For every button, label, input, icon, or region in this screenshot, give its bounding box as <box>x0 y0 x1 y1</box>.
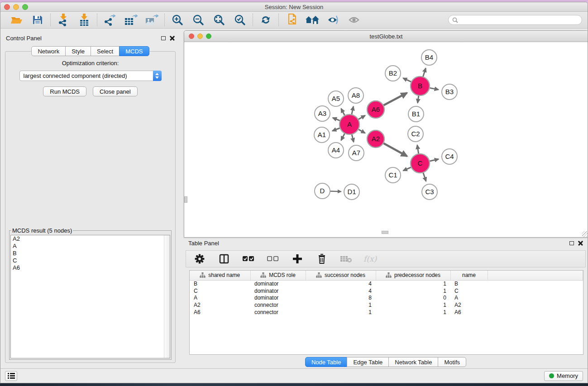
table-cell[interactable]: 0 <box>376 295 450 302</box>
float-panel-icon[interactable] <box>161 36 166 40</box>
hide-graphics-icon[interactable] <box>347 13 361 27</box>
close-panel-button[interactable]: Close panel <box>93 86 138 96</box>
canvas-horizontal-scrollbar[interactable] <box>382 231 388 234</box>
tab-network[interactable]: Network <box>31 46 66 56</box>
graph-edge-A-A4[interactable] <box>341 133 345 140</box>
table-row[interactable]: Adominator80A <box>190 295 583 302</box>
delete-column-icon[interactable] <box>315 252 329 266</box>
list-scrollbar[interactable] <box>164 235 170 358</box>
mcds-result-item[interactable]: C <box>11 257 170 264</box>
table-cell[interactable]: A6 <box>190 309 250 316</box>
memory-button[interactable]: Memory <box>544 371 583 381</box>
table-cell[interactable]: 1 <box>306 309 376 316</box>
graph-edge-A-A7[interactable] <box>352 134 354 142</box>
table-cell[interactable]: 4 <box>306 287 376 295</box>
table-cell[interactable]: A <box>450 295 488 302</box>
table-cell[interactable]: dominator <box>250 280 306 287</box>
close-table-panel-icon[interactable] <box>578 241 583 246</box>
mcds-result-list[interactable]: A2ABCA6 <box>10 235 170 358</box>
table-cell[interactable]: A2 <box>190 301 250 309</box>
table-cell[interactable]: connector <box>250 301 306 309</box>
table-cell[interactable]: A2 <box>450 301 488 309</box>
save-session-icon[interactable] <box>30 13 45 27</box>
float-table-panel-icon[interactable] <box>569 241 574 245</box>
import-network-icon[interactable] <box>56 13 71 27</box>
export-table-icon[interactable] <box>124 13 138 27</box>
tab-node-table[interactable]: Node Table <box>305 357 348 367</box>
task-history-button[interactable] <box>5 371 17 381</box>
graph-edge-A-A3[interactable] <box>333 118 340 121</box>
optimization-criterion-dropdown[interactable]: largest connected component (directed) <box>19 71 162 81</box>
table-cell[interactable]: 1 <box>306 301 376 309</box>
zoom-out-icon[interactable] <box>191 13 206 27</box>
tab-motifs[interactable]: Motifs <box>438 357 466 367</box>
column-header-name[interactable]: name <box>450 271 488 280</box>
table-row[interactable]: Cdominator41C <box>190 287 583 295</box>
table-cell[interactable]: 1 <box>376 301 450 309</box>
table-settings-gear-icon[interactable] <box>192 252 207 266</box>
table-cell[interactable]: B <box>450 280 488 287</box>
select-all-rows-icon[interactable] <box>241 252 256 266</box>
mcds-result-item[interactable]: A <box>11 243 170 250</box>
graph-edge-D-D1[interactable] <box>330 191 341 192</box>
tab-mcds[interactable]: MCDS <box>119 46 149 56</box>
tab-network-table[interactable]: Network Table <box>388 357 438 367</box>
first-neighbors-icon[interactable] <box>305 13 320 27</box>
add-column-icon[interactable] <box>290 252 305 266</box>
zoom-selected-icon[interactable] <box>233 13 247 27</box>
run-mcds-button[interactable]: Run MCDS <box>43 86 86 96</box>
column-header-successor-nodes[interactable]: successor nodes <box>306 271 376 280</box>
deselect-all-rows-icon[interactable] <box>266 252 280 266</box>
graph-edge-A-A2[interactable] <box>358 129 365 133</box>
table-cell[interactable]: 1 <box>376 287 450 295</box>
table-cell[interactable]: dominator <box>250 295 306 302</box>
tab-edge-table[interactable]: Edge Table <box>347 357 389 367</box>
mcds-result-item[interactable]: A6 <box>11 264 170 272</box>
export-image-icon[interactable] <box>144 13 159 27</box>
table-cell[interactable]: C <box>450 287 488 295</box>
clone-network-icon[interactable] <box>284 13 299 27</box>
canvas-vertical-scrollbar[interactable] <box>184 196 187 203</box>
graph-edge-A-A6[interactable] <box>358 115 365 119</box>
graph-edge-B-B1[interactable] <box>418 95 419 103</box>
table-row[interactable]: Bdominator41B <box>190 280 583 287</box>
network-graph[interactable]: AA1A2A3A4A5A6A7A8BB1B2B3B4CC1C2C3C4DD1 <box>184 42 588 237</box>
graph-edge-A6-B[interactable] <box>383 93 407 105</box>
table-cell[interactable]: C <box>190 287 250 295</box>
graph-edge-B-B3[interactable] <box>430 88 439 90</box>
show-hide-graphics-icon[interactable] <box>326 13 340 27</box>
mcds-result-item[interactable]: A2 <box>11 235 170 243</box>
graph-edge-B-B2[interactable] <box>403 78 411 82</box>
graph-edge-B-B4[interactable] <box>423 68 425 77</box>
table-row[interactable]: A6connector11A6 <box>190 309 583 316</box>
open-file-icon[interactable] <box>10 13 24 27</box>
mcds-result-item[interactable]: B <box>11 250 170 257</box>
export-network-icon[interactable] <box>103 13 117 27</box>
table-cell[interactable]: A <box>190 295 250 302</box>
close-panel-icon[interactable] <box>170 36 175 41</box>
graph-edge-A-A8[interactable] <box>352 106 354 114</box>
column-header-MCDS-role[interactable]: MCDS role <box>250 271 306 280</box>
graph-edge-A-A5[interactable] <box>341 109 345 116</box>
tab-style[interactable]: Style <box>65 46 91 56</box>
graph-edge-C-C1[interactable] <box>403 167 411 171</box>
table-cell[interactable]: connector <box>250 309 306 316</box>
table-cell[interactable]: 8 <box>306 295 376 302</box>
table-cell[interactable]: 1 <box>376 309 450 316</box>
import-table-icon[interactable] <box>77 13 91 27</box>
search-field[interactable] <box>448 15 582 25</box>
table-cell[interactable]: A6 <box>450 309 488 316</box>
table-cell[interactable]: 4 <box>306 280 376 287</box>
column-header-predecessor-nodes[interactable]: predecessor nodes <box>376 271 450 280</box>
window-resize-grip[interactable] <box>582 231 588 237</box>
select-columns-icon[interactable] <box>217 252 231 266</box>
tab-select[interactable]: Select <box>91 46 120 56</box>
graph-edge-C-C3[interactable] <box>423 172 426 181</box>
graph-edge-C-C2[interactable] <box>417 145 419 154</box>
graph-edge-A-A1[interactable] <box>332 128 340 131</box>
zoom-fit-icon[interactable] <box>212 13 226 27</box>
table-cell[interactable]: 1 <box>376 280 450 287</box>
search-input[interactable] <box>460 17 578 23</box>
graph-edge-A2-C[interactable] <box>383 143 407 156</box>
table-cell[interactable]: dominator <box>250 287 306 295</box>
